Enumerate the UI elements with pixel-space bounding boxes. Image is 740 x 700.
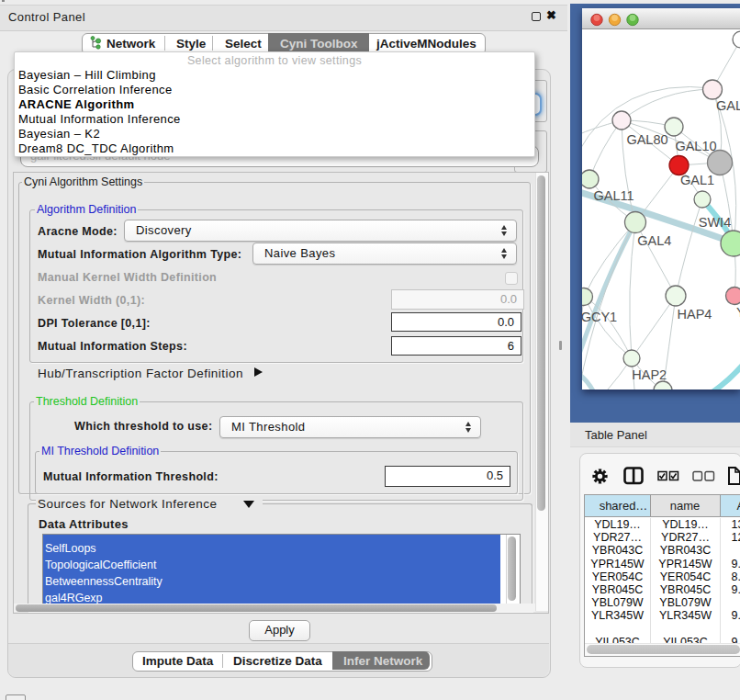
svg-text:HAP2: HAP2 bbox=[632, 367, 667, 382]
svg-text:GAL1: GAL1 bbox=[680, 173, 714, 187]
svg-text:GAL4: GAL4 bbox=[637, 233, 671, 248]
svg-text:YM: YM bbox=[736, 305, 740, 320]
svg-text:GAL11: GAL11 bbox=[593, 188, 633, 203]
svg-text:GCY1: GCY1 bbox=[582, 310, 617, 324]
svg-text:HAP4: HAP4 bbox=[678, 307, 712, 322]
svg-text:GAL7: GAL7 bbox=[716, 98, 740, 113]
svg-text:GAL10: GAL10 bbox=[675, 139, 716, 153]
svg-text:GAL80: GAL80 bbox=[626, 132, 667, 147]
svg-text:SWI4: SWI4 bbox=[699, 215, 731, 230]
